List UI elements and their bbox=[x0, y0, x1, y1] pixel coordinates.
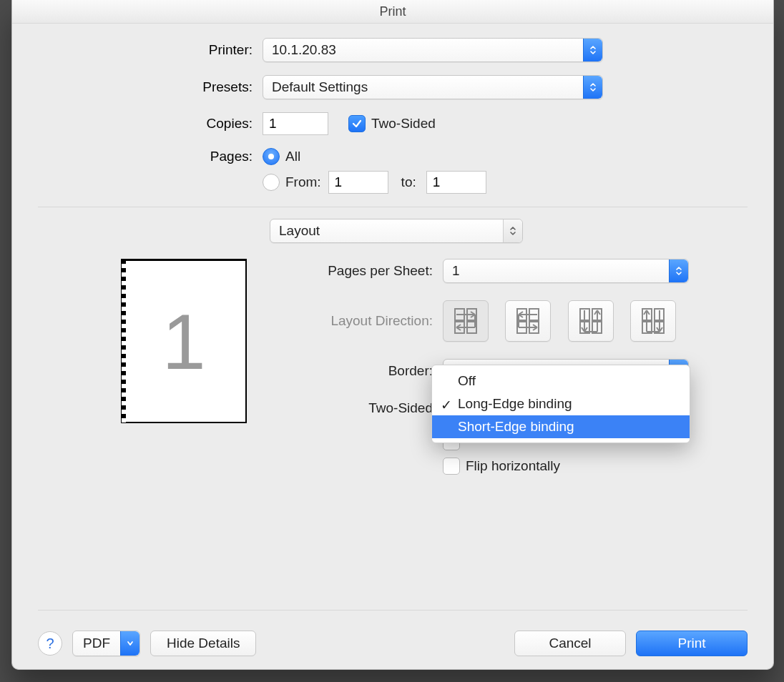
dialog-title: Print bbox=[12, 0, 773, 24]
border-label: Border: bbox=[268, 363, 443, 379]
stepper-icon bbox=[669, 260, 688, 282]
hide-details-button[interactable]: Hide Details bbox=[150, 631, 256, 656]
pdf-menu-button[interactable]: PDF bbox=[72, 631, 140, 656]
layout-direction-3[interactable] bbox=[568, 300, 614, 342]
presets-value: Default Settings bbox=[263, 79, 583, 95]
section-value: Layout bbox=[270, 223, 503, 239]
pages-per-sheet-select[interactable]: 1 bbox=[443, 259, 689, 283]
layout-direction-2[interactable] bbox=[505, 300, 551, 342]
presets-select[interactable]: Default Settings bbox=[263, 75, 603, 99]
chevron-down-icon bbox=[120, 631, 139, 656]
pages-all-radio[interactable] bbox=[263, 148, 280, 165]
help-button[interactable]: ? bbox=[38, 631, 62, 656]
stepper-icon bbox=[503, 219, 522, 242]
pages-per-sheet-value: 1 bbox=[444, 263, 669, 279]
pages-from-label: From: bbox=[285, 174, 321, 190]
copies-input[interactable] bbox=[263, 112, 328, 135]
print-dialog: Print Printer: 10.1.20.83 Presets: Defau… bbox=[11, 0, 774, 670]
cancel-button[interactable]: Cancel bbox=[514, 631, 626, 656]
layout-direction-4[interactable] bbox=[630, 300, 676, 342]
print-button[interactable]: Print bbox=[636, 631, 748, 656]
two-sided-menu: Off ✓ Long-Edge binding Short-Edge bindi… bbox=[431, 365, 690, 443]
layout-direction-label: Layout Direction: bbox=[268, 313, 443, 329]
pages-to-label: to: bbox=[401, 174, 416, 190]
pages-label: Pages: bbox=[38, 149, 263, 164]
copies-label: Copies: bbox=[38, 116, 263, 132]
page-preview: 1 bbox=[121, 259, 247, 423]
stepper-icon bbox=[583, 39, 602, 61]
divider bbox=[38, 207, 748, 207]
printer-value: 10.1.20.83 bbox=[263, 42, 583, 58]
pdf-label: PDF bbox=[73, 636, 120, 651]
two-sided-option-label: Two-Sided bbox=[268, 400, 443, 416]
printer-select[interactable]: 10.1.20.83 bbox=[263, 38, 603, 62]
menu-item-long-edge[interactable]: ✓ Long-Edge binding bbox=[432, 392, 690, 415]
section-select[interactable]: Layout bbox=[270, 219, 523, 243]
pages-per-sheet-label: Pages per Sheet: bbox=[268, 263, 443, 279]
binding-indicator bbox=[122, 260, 126, 422]
check-icon: ✓ bbox=[441, 397, 452, 413]
pages-range-radio[interactable] bbox=[263, 174, 280, 191]
printer-label: Printer: bbox=[38, 42, 263, 58]
layout-direction-1[interactable] bbox=[443, 300, 489, 342]
two-sided-checkbox[interactable] bbox=[348, 115, 366, 132]
divider bbox=[38, 610, 748, 611]
presets-label: Presets: bbox=[38, 79, 263, 95]
stepper-icon bbox=[583, 76, 602, 99]
pages-from-input[interactable] bbox=[328, 171, 388, 194]
preview-page-number: 1 bbox=[162, 296, 205, 387]
menu-item-short-edge[interactable]: Short-Edge binding bbox=[432, 415, 690, 438]
flip-horizontally-checkbox[interactable] bbox=[443, 458, 460, 475]
pages-to-input[interactable] bbox=[426, 171, 486, 194]
menu-item-off[interactable]: Off bbox=[432, 370, 690, 392]
flip-horizontally-label: Flip horizontally bbox=[466, 458, 560, 474]
pages-all-label: All bbox=[285, 149, 300, 164]
two-sided-label: Two-Sided bbox=[371, 116, 436, 132]
